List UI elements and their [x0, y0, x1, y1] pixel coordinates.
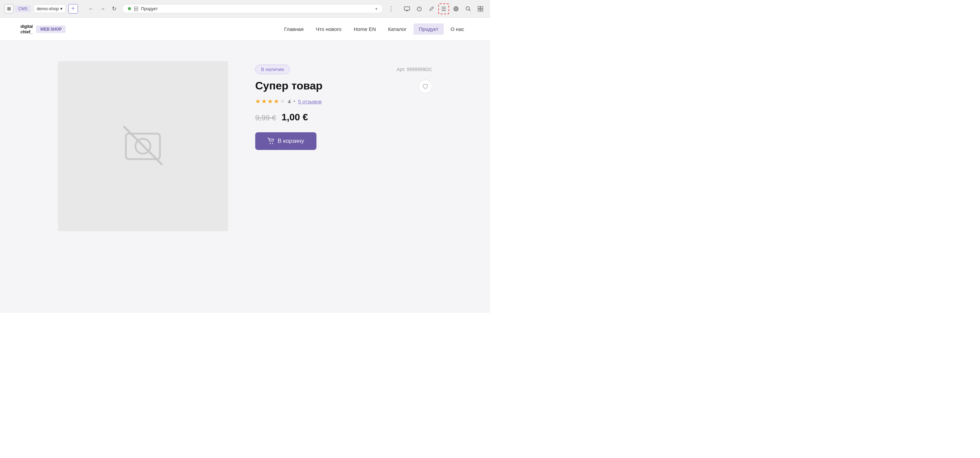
edit-tool-button[interactable]: [426, 3, 437, 14]
site-nav: Главная Что нового Home EN Каталог Проду…: [279, 24, 469, 35]
globe-icon: [453, 6, 459, 11]
more-options-button[interactable]: ⋮: [386, 4, 396, 14]
screen-icon: [404, 6, 410, 11]
rating-dot: •: [293, 98, 295, 105]
no-image-svg: [119, 122, 167, 170]
price-old: 9,99 €: [255, 114, 276, 122]
heart-icon: [422, 83, 429, 89]
shop-dropdown-icon: ▾: [60, 6, 63, 11]
product-title: Супер товар: [255, 79, 323, 92]
browser-chrome: ⊞ CMS demo-shop ▾ + ← → ↻ Продукт ▾ ⋮: [0, 0, 490, 18]
wishlist-button[interactable]: [418, 79, 432, 93]
product-image-area: [58, 61, 228, 231]
logo-text: digital chief_: [21, 24, 33, 34]
address-chevron-icon: ▾: [375, 6, 377, 11]
svg-point-25: [272, 143, 273, 144]
product-layout: В наличии Арт. 9999999DC Супер товар ★ ★: [58, 61, 432, 231]
back-button[interactable]: ←: [86, 4, 96, 14]
cms-badge: CMS: [15, 5, 31, 12]
product-meta-row: В наличии Арт. 9999999DC: [255, 65, 432, 74]
power-tool-button[interactable]: [414, 3, 425, 14]
edit-icon: [429, 6, 434, 11]
main-content: В наличии Арт. 9999999DC Супер товар ★ ★: [0, 41, 490, 313]
svg-point-24: [270, 143, 271, 144]
page-icon: [134, 6, 138, 11]
shop-name: demo-shop: [37, 6, 59, 11]
list-tool-button[interactable]: [438, 3, 449, 14]
nav-item-chto-novogo[interactable]: Что нового: [310, 24, 347, 35]
svg-rect-20: [481, 9, 483, 11]
price-new: 1,00 €: [282, 112, 308, 123]
rating-value: 4: [288, 98, 291, 105]
new-tab-icon[interactable]: ⊞: [4, 4, 14, 14]
search-icon: [466, 6, 471, 11]
cart-icon: [267, 138, 274, 144]
star-5: ★: [280, 98, 285, 105]
grid-tool-button[interactable]: [475, 3, 486, 14]
product-info: В наличии Арт. 9999999DC Супер товар ★ ★: [255, 61, 432, 231]
in-stock-badge: В наличии: [255, 65, 290, 74]
webshop-badge: WEB SHOP: [36, 25, 66, 33]
nav-item-glavnaya[interactable]: Главная: [279, 24, 309, 35]
search-tool-button[interactable]: [463, 3, 474, 14]
svg-rect-4: [404, 7, 410, 10]
review-count[interactable]: 5 отзывов: [298, 98, 321, 105]
svg-rect-19: [478, 9, 480, 11]
shop-selector[interactable]: demo-shop ▾: [34, 5, 66, 13]
star-3: ★: [267, 98, 273, 105]
power-icon: [417, 6, 422, 11]
add-button[interactable]: +: [68, 4, 78, 14]
toolbar-right: [401, 3, 486, 14]
add-to-cart-button[interactable]: В корзину: [255, 132, 317, 150]
star-1: ★: [255, 98, 261, 105]
address-bar[interactable]: Продукт ▾: [122, 4, 383, 14]
nav-item-produkt[interactable]: Продукт: [414, 24, 444, 35]
article-number: Арт. 9999999DC: [397, 67, 432, 72]
address-text: Продукт: [134, 6, 372, 11]
screen-tool-button[interactable]: [401, 3, 412, 14]
price-row: 9,99 € 1,00 €: [255, 112, 432, 123]
reload-button[interactable]: ↻: [109, 4, 119, 14]
site-logo[interactable]: digital chief_ WEB SHOP: [21, 24, 66, 34]
svg-rect-18: [481, 6, 483, 8]
svg-point-15: [466, 6, 469, 10]
grid-icon: [478, 6, 483, 11]
ssl-indicator: [128, 7, 131, 10]
product-image-placeholder: [58, 61, 228, 231]
star-4: ★: [274, 98, 279, 105]
site-header: digital chief_ WEB SHOP Главная Что ново…: [0, 18, 490, 41]
star-2: ★: [261, 98, 267, 105]
stars: ★ ★ ★ ★ ★: [255, 98, 285, 105]
nav-item-katalog[interactable]: Каталог: [383, 24, 412, 35]
forward-button[interactable]: →: [98, 4, 108, 14]
svg-rect-17: [478, 6, 480, 8]
tab-group: ⊞ CMS: [4, 4, 31, 14]
nav-item-o-nas[interactable]: О нас: [445, 24, 469, 35]
nav-item-home-en[interactable]: Home EN: [348, 24, 381, 35]
nav-controls: ← → ↻: [86, 4, 119, 14]
rating-row: ★ ★ ★ ★ ★ 4 • 5 отзывов: [255, 98, 432, 105]
list-icon: [441, 6, 447, 11]
globe-tool-button[interactable]: [450, 3, 461, 14]
no-image-icon: [119, 122, 167, 171]
svg-line-16: [469, 10, 471, 11]
